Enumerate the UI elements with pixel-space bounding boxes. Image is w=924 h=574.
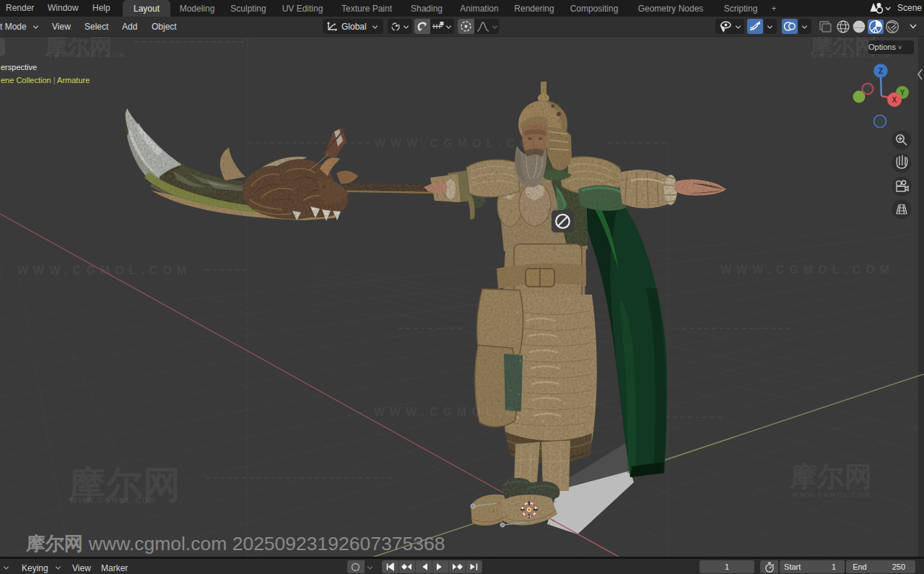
svg-text:X: X	[892, 96, 897, 104]
svg-text:Y: Y	[900, 89, 905, 97]
svg-text:Z: Z	[879, 67, 883, 75]
